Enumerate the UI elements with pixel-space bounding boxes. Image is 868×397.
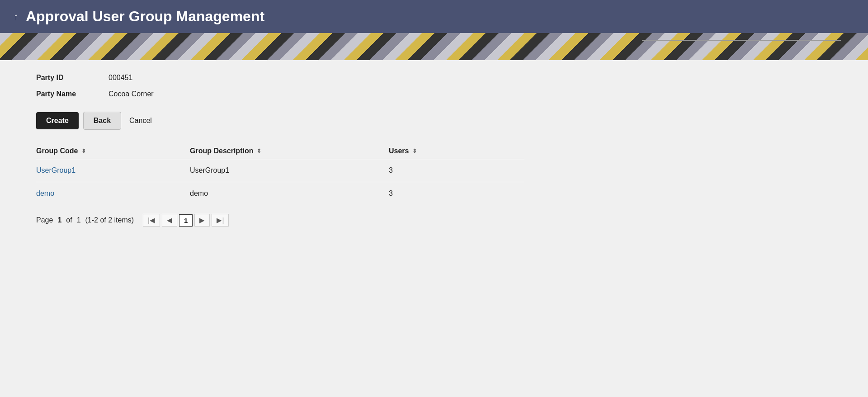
party-name-row: Party Name Cocoa Corner (36, 90, 832, 98)
cancel-button[interactable]: Cancel (126, 112, 156, 129)
col-header-group-description[interactable]: Group Description ⇕ (190, 147, 389, 155)
page-title: Approval User Group Management (26, 8, 264, 25)
group-description-cell-1: UserGroup1 (190, 166, 389, 175)
page-label: Page (36, 216, 53, 224)
main-content: Party ID 000451 Party Name Cocoa Corner … (0, 60, 868, 240)
prev-page-button[interactable]: ◀ (162, 214, 177, 227)
col-header-group-code-label: Group Code (36, 147, 78, 155)
table-header: Group Code ⇕ Group Description ⇕ Users ⇕ (36, 143, 524, 159)
col-header-users[interactable]: Users ⇕ (389, 147, 479, 155)
back-up-icon: ↑ (14, 11, 19, 23)
top-right-area (642, 40, 841, 41)
header: ↑ Approval User Group Management (0, 0, 868, 33)
current-page-button[interactable]: 1 (179, 214, 193, 227)
pagination-controls: |◀ ◀ 1 ▶ ▶| (143, 214, 229, 227)
table-row: UserGroup1 UserGroup1 3 (36, 159, 524, 182)
group-code-link-1[interactable]: UserGroup1 (36, 166, 75, 174)
of-label: of (66, 216, 72, 224)
table-row: demo demo 3 (36, 182, 524, 205)
last-page-button[interactable]: ▶| (212, 214, 229, 227)
next-page-button[interactable]: ▶ (194, 214, 210, 227)
sort-icon-users: ⇕ (412, 148, 417, 154)
pagination: Page 1 of 1 (1-2 of 2 items) |◀ ◀ 1 ▶ ▶| (36, 214, 832, 227)
back-button[interactable]: Back (83, 112, 121, 130)
sort-icon-group-description: ⇕ (257, 148, 261, 154)
group-code-cell-1[interactable]: UserGroup1 (36, 166, 190, 175)
col-header-users-label: Users (389, 147, 409, 155)
party-id-label: Party ID (36, 74, 108, 82)
group-code-link-2[interactable]: demo (36, 189, 54, 197)
users-cell-1: 3 (389, 166, 479, 175)
first-page-button[interactable]: |◀ (143, 214, 160, 227)
party-id-row: Party ID 000451 (36, 74, 832, 82)
col-header-group-code[interactable]: Group Code ⇕ (36, 147, 190, 155)
group-table: Group Code ⇕ Group Description ⇕ Users ⇕… (36, 143, 524, 205)
decorative-banner (0, 33, 868, 60)
action-buttons: Create Back Cancel (36, 112, 832, 130)
header-underline (642, 40, 841, 41)
users-cell-2: 3 (389, 189, 479, 198)
party-id-value: 000451 (108, 74, 132, 82)
sort-icon-group-code: ⇕ (81, 148, 86, 154)
party-info-section: Party ID 000451 Party Name Cocoa Corner (36, 74, 832, 98)
party-name-label: Party Name (36, 90, 108, 98)
group-description-cell-2: demo (190, 189, 389, 198)
current-page-display: 1 (57, 216, 61, 224)
col-header-group-description-label: Group Description (190, 147, 253, 155)
items-info: (1-2 of 2 items) (85, 216, 134, 224)
party-name-value: Cocoa Corner (108, 90, 154, 98)
create-button[interactable]: Create (36, 112, 79, 129)
total-pages: 1 (77, 216, 81, 224)
group-code-cell-2[interactable]: demo (36, 189, 190, 198)
